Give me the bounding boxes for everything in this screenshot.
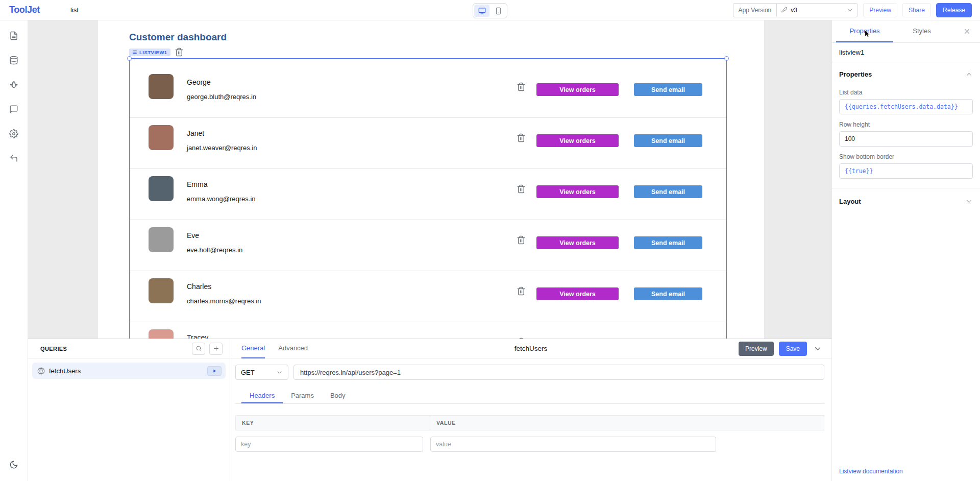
delete-row-icon[interactable] — [517, 133, 526, 142]
moon-icon — [9, 460, 18, 469]
customer-email: charles.morris@reqres.in — [187, 297, 261, 305]
widget-badge-label: LISTVIEW1 — [139, 50, 167, 55]
sidebar-item-pages[interactable] — [5, 27, 23, 45]
list-row[interactable]: Eve eve.holt@reqres.in View orders Send … — [130, 220, 726, 271]
plus-icon — [213, 345, 219, 352]
widget-badge[interactable]: LISTVIEW1 — [129, 49, 170, 56]
tab-general[interactable]: General — [241, 339, 265, 358]
share-button[interactable]: Share — [902, 3, 931, 17]
version-value: v3 — [791, 7, 797, 14]
add-query-button[interactable] — [209, 343, 223, 355]
widget-label: LISTVIEW1 — [129, 47, 184, 57]
app-version-label: App Version — [733, 3, 777, 17]
listview-widget[interactable]: George george.bluth@reqres.in View order… — [129, 58, 727, 339]
query-preview-button[interactable]: Preview — [739, 342, 774, 356]
query-editor: General Advanced fetchUsers Preview Save… — [230, 339, 831, 481]
run-query-button[interactable] — [207, 366, 222, 376]
resize-handle-top-right[interactable] — [724, 56, 729, 61]
mobile-view-button[interactable] — [491, 5, 506, 17]
desktop-view-button[interactable] — [474, 5, 489, 17]
delete-row-icon[interactable] — [517, 286, 526, 296]
show-bottom-border-input[interactable] — [839, 163, 973, 179]
chevron-down-icon — [813, 344, 822, 353]
list-row[interactable]: Charles charles.morris@reqres.in View or… — [130, 271, 726, 322]
view-orders-button[interactable]: View orders — [536, 185, 619, 198]
customer-name: Emma — [187, 180, 207, 188]
view-orders-button[interactable]: View orders — [536, 134, 619, 147]
collapse-panel-button[interactable] — [812, 343, 823, 354]
method-select[interactable]: GET — [235, 365, 288, 380]
row-height-input[interactable] — [839, 131, 973, 147]
avatar — [149, 227, 174, 252]
chevron-up-icon — [965, 70, 973, 78]
send-email-button[interactable]: Send email — [634, 185, 702, 198]
layout-section-header[interactable]: Layout — [832, 188, 980, 207]
preview-button[interactable]: Preview — [863, 3, 897, 17]
avatar — [149, 125, 174, 150]
version-dropdown[interactable]: v3 — [776, 3, 858, 17]
url-input[interactable] — [293, 365, 824, 380]
close-inspector-button[interactable] — [961, 26, 973, 37]
chevron-down-icon — [965, 198, 973, 205]
tab-properties[interactable]: Properties — [836, 20, 893, 42]
query-save-button[interactable]: Save — [779, 342, 807, 356]
device-toggle — [473, 3, 507, 18]
left-sidebar — [0, 20, 28, 481]
tooljet-logo[interactable]: ToolJet — [0, 5, 40, 15]
play-icon — [212, 369, 217, 373]
send-email-button[interactable]: Send email — [634, 134, 702, 147]
send-email-button[interactable]: Send email — [634, 287, 702, 300]
view-orders-button[interactable]: View orders — [536, 236, 619, 249]
tab-body[interactable]: Body — [322, 388, 354, 403]
list-row[interactable]: George george.bluth@reqres.in View order… — [130, 67, 726, 118]
delete-widget-icon[interactable] — [175, 47, 184, 57]
rest-api-icon — [37, 367, 45, 375]
app-name[interactable]: list — [70, 6, 79, 14]
sidebar-item-datasources[interactable] — [5, 51, 23, 69]
delete-row-icon[interactable] — [517, 235, 526, 245]
query-editor-actions: Preview Save — [739, 342, 831, 356]
theme-toggle-button[interactable] — [5, 455, 23, 474]
header-actions: App Version v3 Preview Share Release — [733, 3, 980, 17]
search-queries-button[interactable] — [192, 343, 205, 355]
send-email-button[interactable]: Send email — [634, 236, 702, 249]
properties-section-header[interactable]: Properties — [832, 62, 980, 80]
sidebar-item-inspector[interactable] — [5, 100, 23, 118]
request-tabs: Headers Params Body — [235, 388, 824, 404]
view-orders-button[interactable]: View orders — [536, 83, 619, 96]
send-email-button[interactable]: Send email — [634, 83, 702, 96]
customer-email: george.bluth@reqres.in — [187, 93, 256, 101]
top-header: ToolJet list App Version v3 Preview Sh — [0, 0, 980, 20]
list-row[interactable]: Emma emma.wong@reqres.in View orders Sen… — [130, 169, 726, 220]
chevron-down-icon — [847, 7, 853, 13]
resize-handle-top-left[interactable] — [127, 56, 132, 61]
list-row[interactable]: Janet janet.weaver@reqres.in View orders… — [130, 118, 726, 169]
delete-row-icon[interactable] — [517, 82, 526, 91]
sidebar-item-debugger[interactable] — [5, 76, 23, 94]
request-row: GET — [235, 365, 824, 380]
delete-row-icon[interactable] — [517, 184, 526, 194]
tab-advanced[interactable]: Advanced — [278, 339, 308, 358]
app-canvas[interactable]: Customer dashboard LISTVIEW1 George geor… — [98, 20, 764, 339]
query-editor-body: GET Headers Params Body KEY VALUE — [230, 358, 831, 452]
tab-headers[interactable]: Headers — [241, 388, 283, 403]
list-data-input[interactable] — [839, 99, 973, 114]
sidebar-item-undo[interactable] — [5, 149, 23, 167]
tab-styles[interactable]: Styles — [893, 20, 950, 42]
release-button[interactable]: Release — [936, 3, 972, 17]
query-list-item[interactable]: fetchUsers — [32, 363, 226, 379]
customer-name: George — [187, 78, 211, 86]
settings-icon — [9, 129, 18, 138]
customer-email: janet.weaver@reqres.in — [187, 144, 257, 152]
header-value-input[interactable] — [430, 437, 716, 452]
header-key-input[interactable] — [235, 437, 423, 452]
list-row[interactable]: Tracey View orders Send email — [130, 322, 726, 339]
debugger-icon — [9, 80, 18, 89]
view-orders-button[interactable]: View orders — [536, 287, 619, 300]
page-title[interactable]: Customer dashboard — [129, 32, 227, 43]
key-column-header: KEY — [235, 415, 430, 430]
sidebar-item-settings[interactable] — [5, 125, 23, 143]
tab-params[interactable]: Params — [283, 388, 322, 403]
listview-documentation-link[interactable]: Listview documentation — [839, 468, 903, 475]
customer-name: Eve — [187, 231, 199, 239]
